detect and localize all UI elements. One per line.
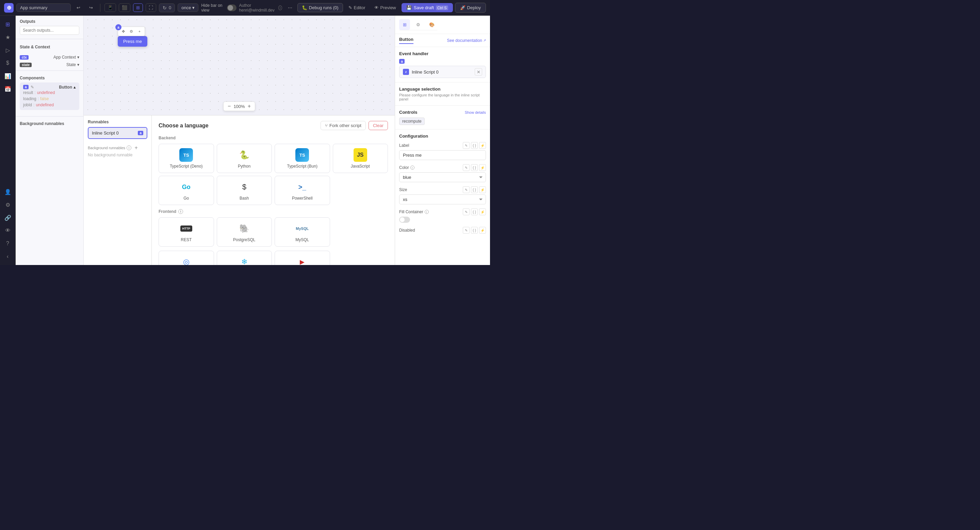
clear-button[interactable]: Clear [369,121,388,130]
zoom-in-button[interactable]: + [248,103,251,109]
edit-icon[interactable]: ✎ [30,85,34,89]
redo-button[interactable]: ↪ [86,3,96,12]
disabled-code-icon[interactable]: { } [471,227,478,234]
undo-button[interactable]: ↩ [73,3,83,12]
nav-icon-home[interactable]: ⊞ [2,18,14,30]
nav-icon-users[interactable]: 👤 [2,186,14,198]
fill-connect-icon[interactable]: ⚡ [479,208,486,215]
color-edit-icon[interactable]: ✎ [463,164,469,171]
fill-container-header: Fill Container i ✎ { } ⚡ [399,208,486,215]
label-input[interactable] [399,150,486,160]
show-details-link[interactable]: Show details [465,110,486,115]
app-name-input[interactable] [16,3,71,12]
label-field-header: Label ✎ { } ⚡ [399,142,486,149]
lang-python[interactable]: 🐍 Python [217,144,272,173]
nav-icon-integrations[interactable]: 🔗 [2,212,14,223]
run-once-button[interactable]: once ▾ [178,3,198,12]
nav-icon-play[interactable]: ▷ [2,44,14,56]
toolbar-plus-btn[interactable]: + [136,27,143,35]
nav-icon-chart[interactable]: 📊 [2,70,14,82]
color-connect-icon[interactable]: ⚡ [479,164,486,171]
lang-rest[interactable]: HTTP REST [159,217,214,247]
lang-snowflake[interactable]: ❄ Snowflake [217,251,272,265]
rp-tab-settings[interactable]: ⚙ [413,19,424,30]
lang-bash[interactable]: $ Bash [217,176,272,205]
disabled-connect-icon[interactable]: ⚡ [479,227,486,234]
nav-icon-collapse[interactable]: ‹ [2,251,14,262]
chevron-up-icon: ▴ [73,85,76,89]
button-tab-label[interactable]: Button [399,37,414,44]
bg-runnables-title: Background runnables [20,121,79,126]
size-connect-icon[interactable]: ⚡ [479,186,486,193]
app-context-button[interactable]: App Context ▾ [53,55,79,60]
label-connect-icon[interactable]: ⚡ [479,142,486,149]
nav-icon-calendar[interactable]: 📅 [2,83,14,95]
prop-loading: loading : false [23,96,76,102]
lang-postgresql[interactable]: 🐘 PostgreSQL [217,217,272,247]
nav-icon-settings[interactable]: ⚙ [2,199,14,211]
color-code-icon[interactable]: { } [471,164,478,171]
snowflake-icon: ❄ [237,255,251,265]
lang-bigquery[interactable]: ◎ BigQuery [159,251,214,265]
label-code-icon[interactable]: { } [471,142,478,149]
tablet-view-button[interactable]: ⬛ [119,3,130,12]
color-select[interactable]: blue red green dark [399,172,486,182]
layout-toggle-button[interactable]: ⊞ [133,3,143,12]
label-edit-icon[interactable]: ✎ [463,142,469,149]
rest-icon: HTTP [179,222,193,235]
debug-runs-button[interactable]: 🐛 Debug runs (0) [298,3,343,12]
mobile-view-button[interactable]: 📱 [105,3,116,12]
lang-mysql[interactable]: MySQL MySQL [275,217,330,247]
event-close-button[interactable]: ✕ [475,68,482,76]
search-outputs-input[interactable] [20,26,79,35]
nav-icon-dollar[interactable]: $ [2,57,14,69]
components-section: Components a ✎ Button ▴ result : undefin… [16,73,83,114]
size-select[interactable]: xs sm md lg [399,195,486,204]
save-draft-button[interactable]: 💾 Save draft Ctrl S [401,3,453,12]
button-node[interactable]: Press me [118,36,147,47]
size-edit-icon[interactable]: ✎ [463,186,469,193]
toolbar-settings-btn[interactable]: ⚙ [127,27,135,35]
fill-code-icon[interactable]: { } [471,208,478,215]
lang-go[interactable]: Go Go [159,176,214,205]
hide-bar-toggle[interactable] [227,5,237,11]
lang-powershell[interactable]: >_ PowerShell [275,176,330,205]
button-component[interactable]: a ✥ ⚙ + Press me [118,36,147,47]
event-handler-title: Event handler [399,51,486,56]
rp-tab-components[interactable]: ⊞ [399,19,410,30]
fill-container-toggle[interactable] [399,217,410,223]
lang-javascript[interactable]: JS JavaScript [333,144,388,173]
fill-info-icon: i [425,210,429,214]
chevron-down-icon: ▾ [77,55,79,60]
nav-icon-eye[interactable]: 👁 [2,225,14,236]
more-options-button[interactable]: ⋯ [285,3,295,12]
fork-script-button[interactable]: ⑂ Fork other script [321,121,366,130]
disabled-field-header: Disabled ✎ { } ⚡ [399,227,486,234]
fill-edit-icon[interactable]: ✎ [463,208,469,215]
preview-button[interactable]: 👁 Preview [371,3,399,12]
component-a-item[interactable]: a ✎ Button ▴ result : undefined loading … [20,82,79,110]
divider3 [16,116,83,117]
ts-deno-icon: TS [179,148,193,162]
size-code-icon[interactable]: { } [471,186,478,193]
lang-mssql[interactable]: ▶ MS SQL Server [275,251,330,265]
nav-icon-help[interactable]: ? [2,238,14,249]
runnable-item[interactable]: Inline Script 0 a [88,127,147,139]
prop-result: result : undefined [23,89,76,96]
deploy-button[interactable]: 🚀 Deploy [455,3,486,13]
lang-ts-bun[interactable]: TS TypeScript (Bun) [275,144,330,173]
editor-button[interactable]: ✎ Editor [345,3,369,12]
see-docs-link[interactable]: See documentation ↗ [447,38,486,43]
component-canvas-badge: a [115,24,121,30]
event-handler-row[interactable]: Z Inline Script 0 ✕ [399,66,486,78]
fullscreen-button[interactable]: ⛶ [146,3,156,12]
lang-ts-deno[interactable]: TS TypeScript (Deno) [159,144,214,173]
zoom-out-button[interactable]: − [228,103,231,109]
disabled-edit-icon[interactable]: ✎ [463,227,469,234]
state-button[interactable]: State ▾ [66,62,79,67]
color-field: Color i ✎ { } ⚡ blue red green dark [399,164,486,182]
rp-tab-theme[interactable]: 🎨 [426,19,437,30]
nav-icon-star[interactable]: ★ [2,31,14,43]
main-layout: ⊞ ★ ▷ $ 📊 📅 👤 ⚙ 🔗 👁 ? ‹ Outputs State & … [0,16,490,265]
add-bg-runnable-button[interactable]: + [133,144,140,151]
